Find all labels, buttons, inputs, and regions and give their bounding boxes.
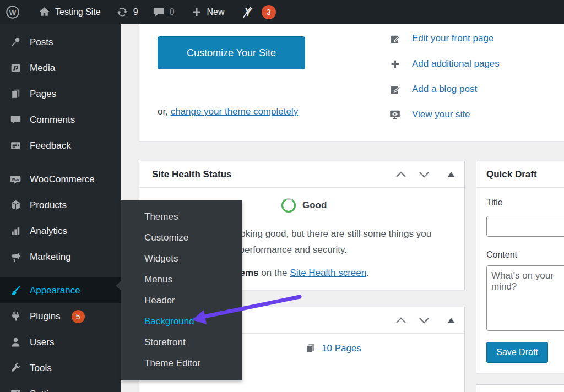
wordpress-logo-menu[interactable]: W	[0, 0, 25, 24]
quick-draft-widget: Quick Draft Title Content Save Draft	[476, 161, 564, 373]
paintbrush-icon	[9, 285, 22, 296]
move-down-icon[interactable]	[417, 169, 431, 180]
submenu-label: Header	[144, 295, 175, 306]
sidebar-item-media[interactable]: Media	[0, 55, 121, 81]
submenu-label: Customize	[144, 232, 188, 243]
submenu-item-menus[interactable]: Menus	[121, 269, 242, 290]
sidebar-separator	[0, 159, 121, 166]
next-widget-edge	[476, 384, 564, 392]
updates-menu[interactable]: 9	[111, 0, 144, 24]
sidebar-item-label: Appearance	[30, 285, 80, 296]
sidebar-item-marketing[interactable]: Marketing	[0, 244, 121, 270]
submenu-item-header[interactable]: Header	[121, 290, 242, 311]
shortcut-label[interactable]: View your site	[412, 109, 470, 120]
health-ring-icon	[281, 198, 296, 213]
updates-count: 9	[133, 7, 138, 17]
sidebar-item-products[interactable]: Products	[0, 192, 121, 218]
plugin-icon	[9, 311, 22, 322]
plus-icon	[191, 7, 202, 18]
or-text: or,	[158, 106, 171, 117]
new-content-menu[interactable]: New	[186, 0, 230, 24]
submenu-item-customize[interactable]: Customize	[121, 227, 242, 248]
submenu-label: Menus	[144, 274, 172, 285]
sidebar-item-label: Tools	[30, 363, 52, 374]
updates-icon	[116, 6, 128, 18]
widget-controls	[394, 315, 455, 326]
sidebar-item-plugins[interactable]: Plugins 5	[0, 303, 121, 329]
submenu-label: Themes	[144, 211, 178, 222]
submenu-item-background[interactable]: Background	[121, 311, 242, 332]
submenu-item-storefront[interactable]: Storefront	[121, 332, 242, 353]
woocommerce-icon: Woo	[9, 173, 22, 186]
shortcut-label[interactable]: Edit your front page	[412, 33, 494, 44]
change-theme-link[interactable]: change your theme completely	[171, 106, 299, 117]
submenu-item-widgets[interactable]: Widgets	[121, 248, 242, 269]
move-up-icon[interactable]	[394, 315, 408, 326]
sidebar-item-label: Comments	[30, 115, 75, 126]
widget-controls	[394, 169, 455, 180]
pages-count-link[interactable]: 10 Pages	[322, 343, 361, 354]
sidebar-item-users[interactable]: Users	[0, 329, 121, 355]
quick-draft-title: Quick Draft	[486, 169, 537, 180]
shortcut-add-blog-post[interactable]: Add a blog post	[389, 81, 500, 97]
comment-icon	[9, 114, 22, 126]
comments-menu[interactable]: 0	[147, 0, 180, 24]
sidebar-item-label: Users	[30, 337, 54, 348]
svg-text:Y: Y	[244, 6, 252, 18]
user-icon	[9, 336, 22, 348]
move-down-icon[interactable]	[417, 315, 431, 326]
pages-count-row[interactable]: 10 Pages	[305, 342, 361, 354]
customize-your-site-button[interactable]: Customize Your Site	[158, 36, 305, 69]
yoast-notification-badge: 3	[262, 5, 276, 19]
yoast-icon: Y	[240, 5, 254, 19]
sidebar-item-tools[interactable]: Tools	[0, 355, 121, 381]
collapse-toggle-icon[interactable]	[440, 317, 455, 324]
submenu-label: Background	[144, 316, 194, 327]
sidebar-item-label: Pages	[30, 89, 56, 100]
wordpress-dashboard: W Testing Site 9 0 New	[0, 0, 564, 392]
sidebar-item-appearance[interactable]: Appearance	[0, 277, 121, 303]
comment-bubble-icon	[153, 6, 165, 18]
shortcut-add-pages[interactable]: Add additional pages	[389, 56, 500, 72]
shortcut-label[interactable]: Add additional pages	[412, 58, 500, 69]
submenu-item-themes[interactable]: Themes	[121, 206, 242, 227]
media-icon	[9, 62, 22, 74]
quick-draft-title-input[interactable]	[486, 216, 564, 237]
view-site-icon	[389, 108, 401, 121]
sidebar-item-pages[interactable]: Pages	[0, 81, 121, 107]
sidebar-item-comments[interactable]: Comments	[0, 107, 121, 133]
admin-sidebar: Posts Media Pages Comments Feedback Woo …	[0, 24, 121, 392]
sidebar-item-analytics[interactable]: Analytics	[0, 218, 121, 244]
yoast-seo-menu[interactable]: Y 3	[235, 0, 281, 24]
sidebar-item-settings[interactable]: Settings	[0, 381, 121, 392]
submenu-label: Storefront	[144, 337, 186, 348]
plugins-update-badge: 5	[72, 310, 85, 323]
site-health-header: Site Health Status	[139, 161, 464, 188]
submenu-label: Widgets	[144, 253, 178, 264]
sidebar-item-posts[interactable]: Posts	[0, 29, 121, 55]
submenu-label: Theme Editor	[144, 358, 200, 369]
save-draft-button[interactable]: Save Draft	[486, 342, 548, 363]
sidebar-item-feedback[interactable]: Feedback	[0, 133, 121, 159]
wrench-icon	[9, 362, 22, 374]
sidebar-item-label: Posts	[30, 37, 53, 48]
write-icon	[389, 84, 401, 95]
collapse-toggle-icon[interactable]	[440, 171, 455, 178]
move-up-icon[interactable]	[394, 169, 408, 180]
welcome-shortcuts: Edit your front page Add additional page…	[389, 30, 500, 123]
pages-icon	[9, 88, 22, 100]
sidebar-item-woocommerce[interactable]: Woo WooCommerce	[0, 166, 121, 192]
site-health-screen-link[interactable]: Site Health screen	[290, 268, 366, 278]
comments-count: 0	[170, 7, 175, 17]
shortcut-view-site[interactable]: View your site	[389, 106, 500, 123]
sidebar-item-label: Analytics	[30, 226, 67, 237]
quick-draft-content-textarea[interactable]	[486, 265, 564, 331]
package-icon	[9, 199, 22, 211]
sidebar-item-label: Feedback	[30, 140, 71, 151]
site-name-label: Testing Site	[55, 7, 101, 17]
submenu-item-theme-editor[interactable]: Theme Editor	[121, 353, 242, 374]
appearance-flyout-menu: Themes Customize Widgets Menus Header Ba…	[121, 200, 242, 380]
shortcut-edit-front-page[interactable]: Edit your front page	[389, 30, 500, 47]
site-name-menu[interactable]: Testing Site	[33, 0, 106, 24]
shortcut-label[interactable]: Add a blog post	[412, 84, 477, 95]
